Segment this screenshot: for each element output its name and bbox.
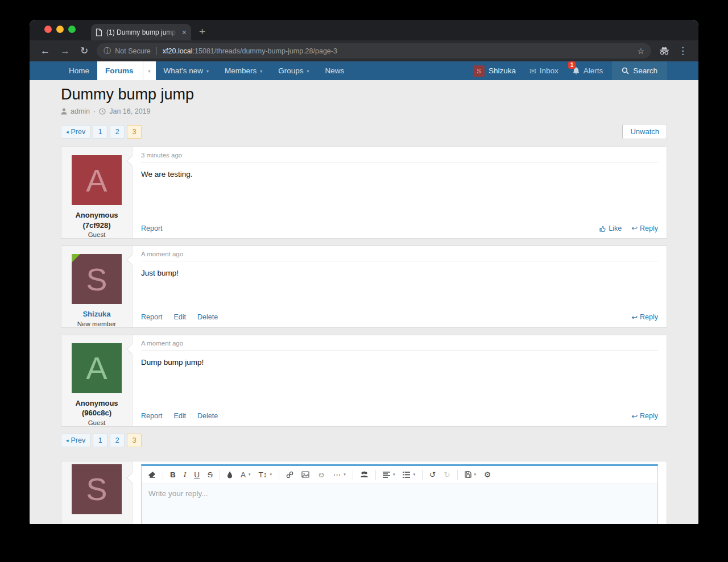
browser-tab[interactable]: (1) Dummy bump jump | Page 3 × bbox=[91, 24, 191, 40]
back-button[interactable]: ← bbox=[35, 45, 55, 57]
pagination-top: ◂ Prev 1 2 3 bbox=[61, 125, 142, 139]
editor-settings-button[interactable]: ⚙ bbox=[480, 470, 495, 479]
page-1-button[interactable]: 1 bbox=[93, 125, 107, 139]
prev-page-button[interactable]: ◂ Prev bbox=[61, 434, 90, 447]
page-3-button-current[interactable]: 3 bbox=[127, 125, 142, 139]
edit-link[interactable]: Edit bbox=[174, 313, 187, 321]
bookmark-star-icon[interactable]: ☆ bbox=[637, 47, 644, 56]
nav-whats-new[interactable]: What's new ▾ bbox=[156, 61, 217, 80]
post-timestamp[interactable]: 3 minutes ago bbox=[141, 152, 658, 163]
list-icon bbox=[403, 472, 410, 478]
drafts-button[interactable]: ▾ bbox=[461, 471, 481, 478]
tab-close-icon[interactable]: × bbox=[182, 28, 187, 36]
avatar[interactable]: A bbox=[72, 155, 122, 205]
post-author-name[interactable]: Shizuka bbox=[61, 309, 132, 319]
reply-arrow-icon: ↩ bbox=[631, 224, 638, 232]
pagination-bottom: ◂ Prev 1 2 3 bbox=[61, 434, 667, 447]
new-tab-button[interactable]: + bbox=[199, 26, 205, 38]
reply-arrow-icon: ↩ bbox=[631, 313, 638, 322]
insert-smiley-button[interactable]: ☺ bbox=[313, 471, 329, 479]
reply-link[interactable]: ↩ Reply bbox=[631, 412, 658, 421]
list-button[interactable]: ▾ bbox=[399, 472, 419, 478]
report-link[interactable]: Report bbox=[141, 224, 163, 232]
nav-search[interactable]: Search bbox=[612, 61, 667, 80]
italic-button[interactable]: I bbox=[180, 470, 191, 479]
post-author-role: Guest bbox=[61, 419, 132, 426]
info-icon[interactable]: ⓘ bbox=[104, 46, 111, 56]
nav-members[interactable]: Members ▾ bbox=[217, 61, 270, 80]
page-3-button-current[interactable]: 3 bbox=[127, 434, 142, 447]
nav-forums[interactable]: Forums ▾ bbox=[97, 61, 156, 80]
avatar[interactable]: S bbox=[72, 254, 122, 304]
close-window-button[interactable] bbox=[44, 26, 52, 33]
quick-reply: S B I U S A▾ bbox=[61, 461, 667, 524]
prev-page-button[interactable]: ◂ Prev bbox=[61, 125, 90, 139]
delete-link[interactable]: Delete bbox=[197, 313, 218, 321]
page-1-button[interactable]: 1 bbox=[93, 434, 107, 447]
report-link[interactable]: Report bbox=[141, 313, 163, 321]
minimize-window-button[interactable] bbox=[56, 26, 64, 33]
like-link[interactable]: Like bbox=[599, 224, 622, 232]
reply-link[interactable]: ↩ Reply bbox=[631, 224, 658, 232]
post: S Shizuka New member A moment ago Just b… bbox=[61, 245, 667, 328]
page-icon bbox=[96, 28, 102, 36]
url-path: :15081/threads/dummy-bump-jump.28/page-3 bbox=[193, 47, 337, 55]
nav-alerts[interactable]: 1 Alerts bbox=[565, 61, 610, 80]
nav-inbox[interactable]: ✉ Inbox bbox=[523, 61, 565, 80]
people-icon bbox=[360, 471, 369, 478]
forward-button[interactable]: → bbox=[55, 45, 75, 57]
post: A Anonymous (7cf928) Guest 3 minutes ago… bbox=[61, 147, 667, 239]
post-author-name: Anonymous (7cf928) bbox=[61, 210, 132, 230]
browser-menu-icon[interactable]: ⋮ bbox=[673, 45, 693, 57]
undo-button[interactable]: ↺ bbox=[425, 470, 440, 479]
reload-button[interactable]: ↻ bbox=[75, 45, 93, 57]
insert-link-button[interactable] bbox=[282, 471, 297, 478]
nav-groups[interactable]: Groups ▾ bbox=[270, 61, 317, 80]
font-size-button[interactable]: T↕▾ bbox=[255, 471, 276, 479]
page-2-button[interactable]: 2 bbox=[110, 125, 125, 139]
bold-button[interactable]: B bbox=[166, 471, 180, 479]
edit-link[interactable]: Edit bbox=[174, 412, 187, 420]
avatar[interactable]: A bbox=[72, 343, 122, 393]
insert-image-button[interactable] bbox=[297, 471, 313, 478]
underline-button[interactable]: U bbox=[190, 471, 204, 479]
chevron-down-icon: ▾ bbox=[260, 69, 262, 74]
font-family-button[interactable]: A▾ bbox=[237, 471, 255, 479]
chevron-down-icon: ▾ bbox=[344, 472, 346, 477]
browser-window: (1) Dummy bump jump | Page 3 × + ← → ↻ ⓘ… bbox=[30, 20, 698, 524]
chevron-down-icon: ▾ bbox=[307, 69, 309, 74]
nav-home[interactable]: Home bbox=[61, 61, 97, 80]
remove-format-button[interactable] bbox=[144, 471, 160, 478]
post: A Anonymous (960c8c) Guest A moment ago … bbox=[61, 335, 667, 427]
avatar[interactable]: S bbox=[72, 464, 122, 514]
rich-text-editor: B I U S A▾ T↕▾ ☺ ⋯▾ bbox=[141, 464, 658, 524]
post-author-cell: A Anonymous (7cf928) Guest bbox=[61, 147, 133, 238]
reply-textarea[interactable]: Write your reply... bbox=[142, 484, 657, 524]
page-2-button[interactable]: 2 bbox=[110, 434, 125, 447]
report-link[interactable]: Report bbox=[141, 412, 163, 420]
strikethrough-button[interactable]: S bbox=[204, 471, 217, 479]
nav-news[interactable]: News bbox=[317, 61, 353, 80]
url-divider bbox=[156, 47, 157, 55]
delete-link[interactable]: Delete bbox=[197, 412, 218, 420]
reply-link[interactable]: ↩ Reply bbox=[631, 313, 658, 322]
zoom-window-button[interactable] bbox=[68, 26, 76, 33]
tag-members-button[interactable] bbox=[356, 471, 373, 478]
align-button[interactable]: ▾ bbox=[379, 472, 399, 478]
forums-menu-toggle[interactable]: ▾ bbox=[143, 61, 156, 80]
text-color-button[interactable] bbox=[223, 471, 237, 478]
account-menu[interactable]: S Shizuka bbox=[466, 61, 523, 80]
unwatch-button[interactable]: Unwatch bbox=[622, 124, 667, 139]
redo-button[interactable]: ↻ bbox=[440, 470, 454, 479]
address-bar[interactable]: ⓘ Not Secure xf20.local:15081/threads/du… bbox=[97, 43, 651, 59]
post-message-cell: A moment ago Dump bump jump! Report Edit… bbox=[133, 335, 667, 426]
post-timestamp[interactable]: A moment ago bbox=[141, 251, 658, 261]
post-body: Dump bump jump! bbox=[141, 351, 658, 412]
alerts-count-badge: 1 bbox=[568, 61, 576, 69]
thread-author[interactable]: admin bbox=[71, 107, 90, 115]
post-author-role: New member bbox=[61, 320, 132, 327]
more-options-button[interactable]: ⋯▾ bbox=[329, 470, 350, 479]
page-body: Dummy bump jump admin · Jan 16, 2019 ◂ P… bbox=[30, 80, 698, 524]
thread-date[interactable]: Jan 16, 2019 bbox=[109, 107, 150, 115]
post-timestamp[interactable]: A moment ago bbox=[141, 340, 658, 351]
